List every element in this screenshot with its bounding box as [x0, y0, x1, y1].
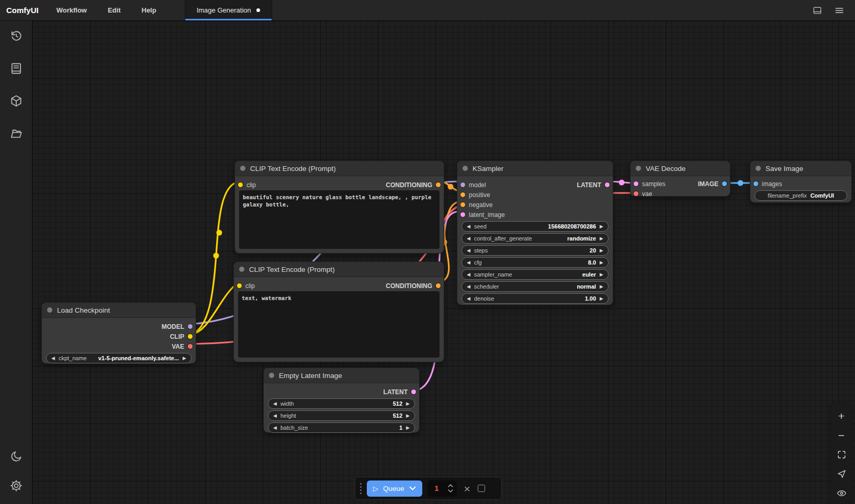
settings-icon[interactable]: [9, 479, 23, 492]
chevron-down-icon[interactable]: [409, 486, 416, 490]
collapse-dot[interactable]: [756, 166, 761, 171]
widget-seed[interactable]: ◀ seed 156680208700286 ▶: [462, 221, 609, 232]
step-up-icon[interactable]: [448, 484, 453, 487]
bottom-panel-icon[interactable]: [812, 5, 823, 16]
widget-cfg[interactable]: ◀ cfg 8.0 ▶: [462, 257, 609, 268]
prev-arrow-icon[interactable]: ◀: [273, 402, 277, 406]
node-library-icon[interactable]: [9, 62, 23, 75]
prompt-textarea[interactable]: beautiful scenery nature glass bottle la…: [239, 190, 440, 249]
menu-edit[interactable]: Edit: [97, 0, 131, 20]
workflows-folder-icon[interactable]: [9, 127, 23, 140]
widget-control-after-generate[interactable]: ◀ control_after_generate randomize ▶: [462, 233, 609, 244]
input-dot-latent-image[interactable]: [460, 212, 465, 217]
batch-count-input[interactable]: 1: [428, 480, 457, 497]
widget-denoise[interactable]: ◀ denoise 1.00 ▶: [462, 293, 609, 304]
toggle-link-visibility-icon[interactable]: [836, 488, 847, 498]
next-arrow-icon[interactable]: ▶: [183, 356, 186, 361]
next-arrow-icon[interactable]: ▶: [600, 236, 603, 241]
menu-workflow[interactable]: Workflow: [46, 0, 97, 20]
fit-view-icon[interactable]: [836, 449, 847, 460]
node-title-bar[interactable]: CLIP Text Encode (Prompt): [234, 262, 444, 277]
input-dot-positive[interactable]: [460, 192, 465, 197]
model-library-icon[interactable]: [9, 94, 23, 108]
prev-arrow-icon[interactable]: ◀: [467, 248, 470, 253]
output-dot-model[interactable]: [188, 324, 193, 329]
collapse-dot[interactable]: [463, 166, 468, 171]
next-arrow-icon[interactable]: ▶: [600, 296, 603, 301]
link-midpoint-dot[interactable]: [619, 180, 625, 186]
theme-toggle-icon[interactable]: [9, 450, 23, 463]
input-dot-samples[interactable]: [634, 181, 638, 186]
widget-sampler-name[interactable]: ◀ sampler_name euler ▶: [462, 269, 609, 280]
output-dot-image[interactable]: [722, 181, 727, 186]
queue-button[interactable]: ▷ Queue: [367, 480, 422, 497]
collapse-dot[interactable]: [240, 166, 245, 171]
prev-arrow-icon[interactable]: ◀: [273, 426, 277, 430]
prev-arrow-icon[interactable]: ◀: [467, 224, 470, 229]
node-ksampler[interactable]: KSampler model LATENT positive negative …: [457, 161, 613, 305]
node-title-bar[interactable]: KSampler: [457, 161, 613, 176]
node-title-bar[interactable]: Save Image: [750, 161, 851, 176]
prev-arrow-icon[interactable]: ◀: [467, 272, 470, 277]
input-dot-vae[interactable]: [634, 191, 638, 196]
link-midpoint-dot[interactable]: [213, 253, 219, 259]
collapse-dot[interactable]: [269, 373, 274, 378]
next-arrow-icon[interactable]: ▶: [600, 260, 603, 265]
workflow-history-icon[interactable]: [9, 29, 23, 43]
next-arrow-icon[interactable]: ▶: [406, 426, 410, 430]
output-dot-vae[interactable]: [188, 344, 193, 349]
node-clip-text-encode-negative[interactable]: CLIP Text Encode (Prompt) clip CONDITION…: [233, 261, 444, 362]
step-down-icon[interactable]: [448, 489, 453, 492]
collapse-dot[interactable]: [239, 267, 244, 272]
next-arrow-icon[interactable]: ▶: [600, 248, 603, 253]
next-arrow-icon[interactable]: ▶: [406, 402, 410, 406]
collapse-dot[interactable]: [636, 166, 641, 171]
node-title-bar[interactable]: CLIP Text Encode (Prompt): [235, 161, 444, 176]
menu-icon[interactable]: [834, 5, 845, 16]
input-dot-clip[interactable]: [238, 182, 243, 187]
input-dot-model[interactable]: [460, 182, 465, 187]
output-dot-latent[interactable]: [411, 390, 416, 394]
input-dot-clip[interactable]: [237, 283, 242, 288]
widget-ckpt-name[interactable]: ◀ ckpt_name v1-5-pruned-emaonly.safete..…: [46, 353, 192, 363]
prev-arrow-icon[interactable]: ◀: [467, 236, 470, 241]
output-dot-conditioning[interactable]: [436, 283, 441, 288]
next-arrow-icon[interactable]: ▶: [406, 414, 410, 418]
next-arrow-icon[interactable]: ▶: [600, 224, 603, 229]
widget-batch-size[interactable]: ◀ batch_size 1 ▶: [268, 422, 415, 433]
clear-queue-icon[interactable]: ×: [462, 483, 473, 494]
prev-arrow-icon[interactable]: ◀: [273, 414, 277, 418]
prev-arrow-icon[interactable]: ◀: [51, 356, 55, 361]
collapse-dot[interactable]: [47, 307, 52, 313]
output-dot-conditioning[interactable]: [436, 182, 441, 187]
stop-icon[interactable]: [478, 485, 485, 492]
input-dot-images[interactable]: [753, 181, 758, 186]
prompt-textarea[interactable]: text, watermark: [238, 291, 440, 358]
tab-image-generation[interactable]: Image Generation: [185, 0, 272, 20]
input-dot-negative[interactable]: [460, 202, 465, 207]
prev-arrow-icon[interactable]: ◀: [467, 284, 470, 289]
link-midpoint-dot[interactable]: [448, 184, 454, 190]
widget-width[interactable]: ◀ width 512 ▶: [268, 398, 415, 409]
node-empty-latent-image[interactable]: Empty Latent Image LATENT ◀ width 512 ▶ …: [263, 368, 420, 433]
widget-scheduler[interactable]: ◀ scheduler normal ▶: [462, 281, 609, 292]
menu-help[interactable]: Help: [131, 0, 167, 20]
next-arrow-icon[interactable]: ▶: [600, 272, 603, 277]
node-title-bar[interactable]: Empty Latent Image: [264, 368, 419, 383]
zoom-in-icon[interactable]: +: [836, 410, 847, 421]
node-title-bar[interactable]: VAE Decode: [631, 161, 730, 176]
drag-handle[interactable]: [359, 483, 362, 494]
widget-filename-prefix[interactable]: filename_prefix ComfyUI: [755, 190, 847, 201]
node-title-bar[interactable]: Load Checkpoint: [42, 303, 196, 318]
zoom-out-icon[interactable]: −: [836, 430, 847, 440]
widget-steps[interactable]: ◀ steps 20 ▶: [462, 245, 609, 256]
node-load-checkpoint[interactable]: Load Checkpoint MODEL CLIP VAE ◀ ckpt_na…: [41, 302, 196, 364]
next-arrow-icon[interactable]: ▶: [600, 284, 603, 289]
node-save-image[interactable]: Save Image images filename_prefix ComfyU…: [750, 161, 852, 203]
node-vae-decode[interactable]: VAE Decode samples IMAGE vae: [630, 161, 730, 197]
link-midpoint-dot[interactable]: [738, 180, 744, 186]
link-midpoint-dot[interactable]: [217, 230, 222, 236]
output-dot-latent[interactable]: [605, 182, 610, 187]
widget-height[interactable]: ◀ height 512 ▶: [268, 410, 415, 421]
prev-arrow-icon[interactable]: ◀: [467, 260, 470, 265]
